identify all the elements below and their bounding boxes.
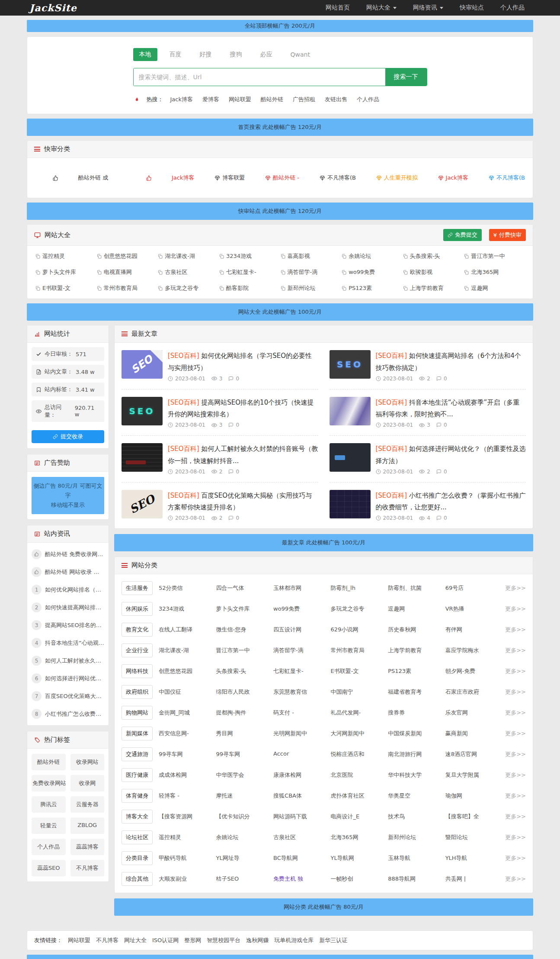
sidebar-ad[interactable]: 侧边广告 80元/月 可图可文字 移动端不显示 <box>32 477 104 514</box>
more-link[interactable]: 更多>> <box>505 875 526 883</box>
category-site-link[interactable]: 99寻车网 <box>159 750 213 758</box>
site-link[interactable]: 余姚论坛 <box>341 252 403 260</box>
category-site-link[interactable]: 遥控精灵 <box>159 833 213 841</box>
fast-review-ad-banner[interactable]: 快审站点 此处横幅广告 120元/月 <box>27 203 533 220</box>
category-site-link[interactable]: 码支付 - <box>273 709 327 717</box>
nav-item[interactable]: 个人作品 <box>500 4 525 12</box>
more-link[interactable]: 更多>> <box>505 709 526 717</box>
tag-button[interactable]: 收录网站 <box>70 754 105 770</box>
category-site-link[interactable]: 萝卜头文件库 <box>216 605 270 613</box>
news-item[interactable]: 1 如何优化网站排名（学习SEO的... <box>32 581 104 599</box>
category-site-link[interactable]: 888导航网 <box>388 875 442 883</box>
category-site-link[interactable]: 新邳州论坛 <box>388 833 442 841</box>
category-site-link[interactable]: 摩托迷 <box>216 792 270 800</box>
article-title-link[interactable]: [SEO百科] 提高网站SEO排名的10个技巧（快速提升你的网站搜索排名） <box>168 399 314 418</box>
search-button[interactable]: 搜索一下 <box>385 68 427 86</box>
category-site-link[interactable]: 绵阳市人民政 <box>216 688 270 696</box>
category-site-link[interactable]: 余姚论坛 <box>216 833 270 841</box>
news-item[interactable]: 3 提高网站SEO排名的10个技巧（... <box>32 616 104 634</box>
news-item[interactable]: 8 小红书推广怎么收费？（掌握小... <box>32 705 104 723</box>
category-site-link[interactable]: 大顺发副业 <box>159 875 213 883</box>
category-site-link[interactable]: 逗趣网 <box>388 605 442 613</box>
tag-button[interactable]: 酷站外链 <box>32 754 66 770</box>
category-site-link[interactable]: 历史春秋网 <box>388 626 442 634</box>
tag-button[interactable]: ZBLOG <box>70 817 105 834</box>
category-site-link[interactable]: 技术鸟 <box>388 813 442 821</box>
hot-search-link[interactable]: 爱博客 <box>202 96 219 103</box>
site-all-ad-banner[interactable]: 网站大全 此处横幅广告 100元/月 <box>27 303 533 321</box>
article-title-link[interactable]: [SEO百科] 抖音本地生活“心动观赛季”开启（多重福利等你来，限时抢购不... <box>376 399 520 418</box>
article-thumbnail[interactable] <box>330 490 371 518</box>
hot-search-link[interactable]: 酷站外链 <box>261 96 283 103</box>
category-site-link[interactable]: 中华医学会 <box>216 771 270 779</box>
site-link[interactable]: 湖北课改-湖 <box>157 252 219 260</box>
article-title-link[interactable]: [SEO百科] 小红书推广怎么收费？（掌握小红书推广的收费细节，让您更好... <box>376 492 526 512</box>
site-link[interactable]: 3234游戏 <box>219 252 280 260</box>
site-logo[interactable]: JackSite <box>29 2 77 13</box>
category-button[interactable]: 网络科技 <box>122 664 153 678</box>
category-site-link[interactable]: 3234游戏 <box>159 605 213 613</box>
category-site-link[interactable]: wo99免费 <box>273 605 327 613</box>
site-link[interactable]: 酷客影院 <box>219 284 280 292</box>
news-item[interactable]: 酷站外链 网站收录 快速审核 上... <box>32 563 104 581</box>
category-site-link[interactable]: 乐友官网 <box>445 709 499 717</box>
site-link[interactable]: E书联盟-文 <box>35 284 96 292</box>
category-site-link[interactable]: 玉林都市网 <box>273 584 327 592</box>
category-site-link[interactable]: 复旦大学附属 <box>445 771 499 779</box>
more-link[interactable]: 更多>> <box>505 750 526 758</box>
category-site-link[interactable]: 提都掏-掏件 <box>216 709 270 717</box>
site-link[interactable]: 头条搜索-头 <box>403 252 464 260</box>
site-link[interactable]: 新邳州论坛 <box>280 284 342 292</box>
category-site-link[interactable]: 防霉剂_lh <box>331 584 385 592</box>
category-button[interactable]: 医疗健康 <box>122 768 153 782</box>
paid-review-button[interactable]: ¥ 付费快审 <box>489 229 526 241</box>
category-site-link[interactable]: 华中科技大学 <box>388 771 442 779</box>
site-link[interactable]: 晋江市第一中 <box>464 252 525 260</box>
category-site-link[interactable]: 古泉社区 <box>273 833 327 841</box>
more-link[interactable]: 更多>> <box>505 833 526 841</box>
category-button[interactable]: 企业行业 <box>122 644 153 657</box>
article-thumbnail[interactable] <box>122 443 163 472</box>
categories-ad-banner[interactable]: 网站分类 此处横幅广告 80元/月 <box>114 898 533 916</box>
category-site-link[interactable]: 速8酒店官网 <box>445 750 499 758</box>
article-thumbnail[interactable]: SEO <box>122 350 163 379</box>
news-item[interactable]: 5 如何人工解封被永久封禁的抖音... <box>32 652 104 669</box>
nav-item[interactable]: 网站首页 <box>326 4 350 12</box>
fast-review-link[interactable]: 博客联盟 <box>214 174 245 182</box>
category-site-link[interactable]: BC导航网 <box>273 854 327 862</box>
fast-review-link[interactable]: 人生重开模拟 <box>376 174 418 182</box>
more-link[interactable]: 更多>> <box>505 771 526 779</box>
category-site-link[interactable]: 滴答留学-滴 <box>273 647 327 654</box>
submit-site-button[interactable]: 提交收录 <box>32 430 104 443</box>
category-site-link[interactable]: 网站源码下载 <box>273 813 327 821</box>
category-site-link[interactable]: 69号店 <box>445 584 499 592</box>
category-site-link[interactable]: 朝夕网-免费 <box>445 667 499 675</box>
category-site-link[interactable]: 629小说网 <box>331 626 385 634</box>
category-site-link[interactable]: 电商设计_E <box>331 813 385 821</box>
category-site-link[interactable]: E书联盟-文 <box>331 667 385 675</box>
site-link[interactable]: PS123素 <box>341 284 403 292</box>
category-site-link[interactable]: 中国南宁 <box>331 688 385 696</box>
category-site-link[interactable]: 甲酸钙导航 <box>159 854 213 862</box>
friend-link[interactable]: 逸秋网赚 <box>246 936 269 944</box>
site-link[interactable]: 滴答留学-滴 <box>280 268 342 276</box>
category-site-link[interactable]: 石家庄市政府 <box>445 688 499 696</box>
category-button[interactable]: 生活服务 <box>122 581 153 595</box>
tag-button[interactable]: 腾讯云 <box>32 796 66 813</box>
category-site-link[interactable]: 康康体检网 <box>273 771 327 779</box>
category-site-link[interactable]: 晋江市第一中 <box>216 647 270 654</box>
category-site-link[interactable]: 中国仪征 <box>159 688 213 696</box>
search-engine-tab[interactable]: 本地 <box>133 48 157 61</box>
search-ad-banner[interactable]: 首页搜索 此处横幅广告 120元/月 <box>27 119 533 136</box>
site-link[interactable]: 多玩龙之谷专 <box>157 284 219 292</box>
category-site-link[interactable]: 七彩虹显卡- <box>273 667 327 675</box>
category-site-link[interactable]: 玉林导航 <box>388 854 442 862</box>
article-thumbnail[interactable] <box>330 397 371 425</box>
fast-review-link[interactable]: Jack博客 <box>128 164 194 192</box>
category-site-link[interactable]: 四五设计网 <box>273 626 327 634</box>
category-site-link[interactable]: 常州市教育局 <box>331 647 385 654</box>
tag-button[interactable]: 免费收录网站 <box>32 775 66 792</box>
category-site-link[interactable]: 嘉应学院梅水 <box>445 647 499 654</box>
category-button[interactable]: 购物网站 <box>122 706 153 720</box>
site-link[interactable]: 萝卜头文件库 <box>35 268 96 276</box>
